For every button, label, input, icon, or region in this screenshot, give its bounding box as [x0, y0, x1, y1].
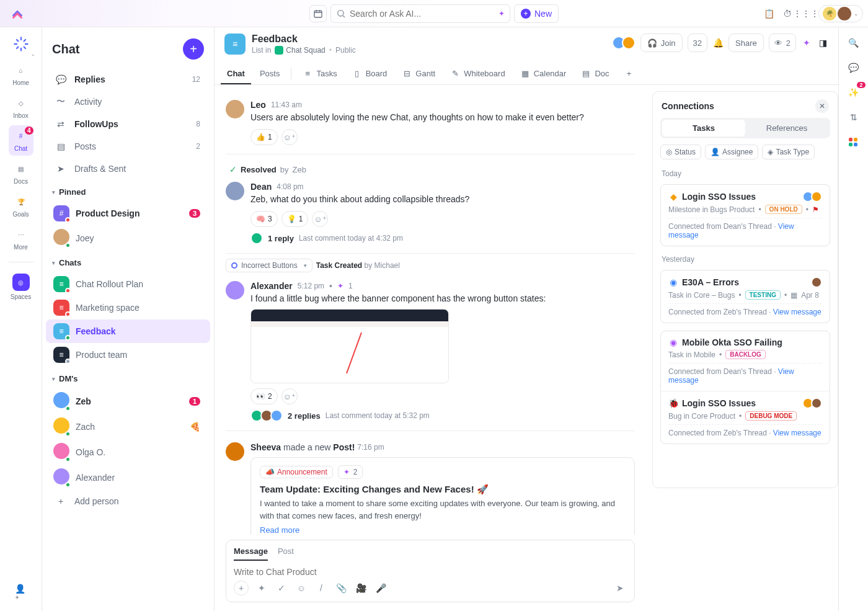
calendar-button[interactable]	[309, 5, 327, 22]
rail-spaces[interactable]: ◎Spaces	[9, 270, 33, 304]
apps-icon[interactable]: ⋮⋮⋮	[800, 7, 812, 20]
connection-card[interactable]: ◉Mobile Okta SSO Failing Task in Mobile•…	[661, 331, 830, 391]
compose-tab-post[interactable]: Post	[278, 546, 294, 561]
tab-chat[interactable]: Chat	[221, 64, 251, 84]
breadcrumb-space[interactable]: Chat Squad	[275, 46, 325, 55]
add-reaction[interactable]: ☺⁺	[281, 388, 298, 404]
connection-card[interactable]: 🐞Login SSO Issues Bug in Core Product•DE…	[661, 391, 830, 444]
author[interactable]: Sheeva	[250, 442, 281, 452]
add-tool[interactable]: +	[234, 581, 249, 595]
ai-chat-icon[interactable]: 2✨	[846, 84, 862, 100]
new-button[interactable]: + New	[514, 4, 559, 23]
author[interactable]: Dean	[250, 182, 272, 192]
video-tool-icon[interactable]: 🎥	[354, 581, 368, 595]
bell-icon[interactable]: 🔔	[712, 37, 724, 48]
connection-card[interactable]: ◉E30A – Errors Task in Core – Bugs•TESTI…	[660, 270, 830, 323]
author[interactable]: Leo	[250, 100, 266, 110]
view-message-link[interactable]: View message	[773, 308, 822, 316]
member-avatars[interactable]	[616, 36, 636, 50]
section-chats[interactable]: ▾Chats	[42, 253, 214, 272]
timer-icon[interactable]: ⏱	[781, 7, 794, 20]
avatar[interactable]	[226, 100, 244, 118]
add-chat-button[interactable]: +	[183, 38, 204, 60]
post-card[interactable]: 📣Announcement ✦2 Team Update: Exciting C…	[250, 457, 635, 535]
chat-item-active[interactable]: ≡Feedback	[46, 319, 210, 343]
tab-board[interactable]: ▯Board	[346, 63, 394, 84]
rail-more[interactable]: ⋯More	[9, 224, 33, 254]
share-button[interactable]: Share	[728, 33, 764, 52]
attached-image[interactable]	[250, 309, 449, 383]
conn-tab-references[interactable]: References	[745, 120, 828, 136]
close-panel-button[interactable]: ✕	[815, 99, 829, 113]
view-message-link[interactable]: View message	[773, 429, 822, 437]
join-button[interactable]: 🎧Join	[640, 33, 683, 52]
author[interactable]: Alexander	[250, 281, 293, 291]
dm-item[interactable]: Zach🍕	[46, 414, 210, 439]
sidebar-followups[interactable]: ⇄FollowUps8	[46, 113, 210, 135]
send-button[interactable]: ➤	[613, 581, 627, 595]
reaction[interactable]: 👍1	[250, 129, 278, 145]
tab-whiteboard[interactable]: ✎Whiteboard	[444, 63, 511, 84]
thread-summary[interactable]: 2 replies Last comment today at 5:32 pm	[250, 409, 635, 422]
rail-inbox[interactable]: ◇Inbox	[9, 92, 33, 123]
tab-doc[interactable]: ▤Doc	[575, 63, 615, 84]
sidebar-replies[interactable]: 💬Replies12	[46, 68, 210, 91]
reaction[interactable]: 👀2	[250, 388, 278, 404]
compose-input[interactable]	[234, 561, 627, 581]
emoji-tool-icon[interactable]: ☺	[294, 581, 308, 595]
dm-item[interactable]: Zeb1	[46, 388, 210, 414]
chat-item[interactable]: ≡Marketing space	[46, 296, 210, 319]
task-tool-icon[interactable]: ✓	[275, 581, 288, 595]
apps-grid-icon[interactable]	[846, 134, 862, 150]
tab-posts[interactable]: Posts	[254, 64, 286, 84]
avatar[interactable]	[226, 281, 244, 300]
app-logo[interactable]	[5, 7, 30, 20]
dm-item[interactable]: Olga O.	[46, 439, 210, 465]
workspace-switcher[interactable]: ⌄	[11, 33, 32, 55]
dm-item[interactable]: Alexander	[46, 465, 210, 490]
attach-tool-icon[interactable]: 📎	[334, 581, 348, 595]
add-view[interactable]: +	[618, 63, 640, 84]
add-reaction[interactable]: ☺⁺	[312, 211, 328, 227]
connection-card[interactable]: ◆Login SSO Issues Milestone in Bugs Prod…	[660, 184, 830, 246]
global-search[interactable]: ✦	[330, 4, 510, 23]
search-input[interactable]	[350, 9, 495, 19]
sidebar-posts[interactable]: ▤Posts2	[46, 135, 210, 158]
add-reaction[interactable]: ☺⁺	[281, 129, 298, 145]
filter-assignee[interactable]: 👤Assignee	[705, 145, 758, 159]
filter-task-type[interactable]: ◈Task Type	[762, 145, 815, 159]
sidebar-toggle-icon[interactable]: ◨	[817, 37, 828, 48]
mic-tool-icon[interactable]: 🎤	[374, 581, 388, 595]
rail-goals[interactable]: 🏆Goals	[9, 191, 33, 221]
section-dms[interactable]: ▾DM's	[42, 369, 214, 388]
sidebar-activity[interactable]: 〜Activity	[46, 91, 210, 113]
reaction[interactable]: 🧠3	[250, 211, 278, 227]
pinned-item[interactable]: Joey	[46, 225, 210, 251]
invite-icon[interactable]: 👤⁺	[15, 587, 27, 600]
avatar[interactable]	[226, 182, 244, 200]
notepad-icon[interactable]: 📋	[763, 7, 775, 20]
rail-docs[interactable]: ▤Docs	[9, 158, 33, 189]
add-person[interactable]: +Add person	[46, 490, 210, 512]
task-chip[interactable]: Incorrect Buttons▾	[226, 259, 312, 272]
search-icon[interactable]: 🔍	[846, 35, 862, 51]
ai-icon[interactable]: ✦	[801, 37, 812, 48]
tab-gantt[interactable]: ⊟Gantt	[396, 63, 441, 84]
rail-home[interactable]: ⌂Home	[9, 60, 33, 90]
user-menu[interactable]: 🌴 ⌄	[818, 5, 863, 22]
tab-calendar[interactable]: ▦Calendar	[514, 63, 573, 84]
section-pinned[interactable]: ▾Pinned	[42, 182, 214, 202]
filter-status[interactable]: ◎Status	[660, 145, 701, 159]
pinned-item[interactable]: #Product Design3	[46, 202, 210, 225]
member-count[interactable]: 32	[688, 33, 707, 52]
thread-summary[interactable]: 1 reply Last comment today at 4:32 pm	[250, 232, 635, 244]
slash-tool-icon[interactable]: /	[314, 581, 328, 595]
read-more-link[interactable]: Read more	[260, 525, 299, 535]
sidebar-drafts[interactable]: ➤Drafts & Sent	[46, 158, 210, 180]
comments-icon[interactable]: 💬	[846, 60, 862, 76]
reaction[interactable]: 💡1	[281, 211, 309, 227]
avatar[interactable]	[226, 442, 244, 461]
conn-tab-tasks[interactable]: Tasks	[662, 120, 745, 136]
ai-tool-icon[interactable]: ✦	[255, 581, 268, 595]
ai-chip[interactable]: ✦2	[338, 465, 363, 479]
